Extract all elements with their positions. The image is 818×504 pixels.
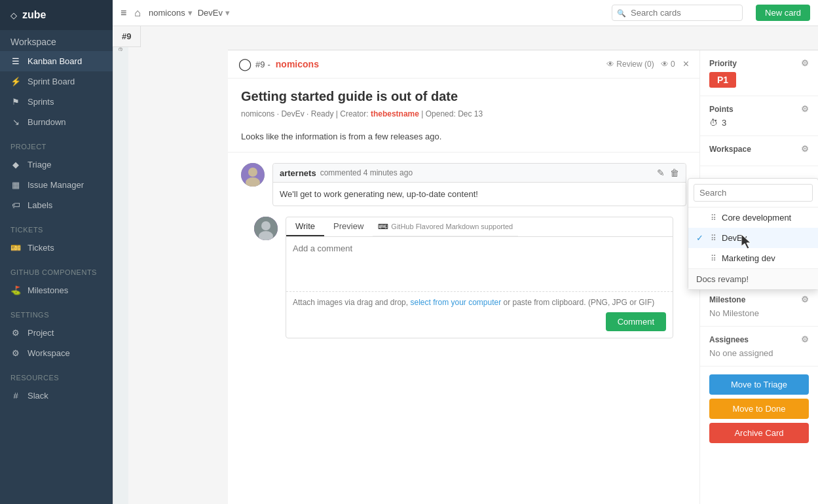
slack-icon: # xyxy=(10,391,21,401)
meta-sep2: · xyxy=(307,109,311,118)
home-button[interactable]: ⌂ xyxy=(134,7,141,19)
right-strip: Done xyxy=(113,26,128,504)
comment-textarea[interactable] xyxy=(286,237,673,289)
workspace-search-input[interactable] xyxy=(694,184,813,202)
sidebar-item-issue-manager-label: Issue Manager xyxy=(28,180,84,190)
assignees-gear[interactable]: ⚙ xyxy=(801,334,809,344)
sidebar-item-slack[interactable]: # Slack xyxy=(0,386,113,406)
comment-action-time: commented 4 minutes ago xyxy=(320,168,413,177)
editor-box: Write Preview ⌨ GitHub Flavored Markdown… xyxy=(286,217,673,338)
sidebar-item-slack-label: Slack xyxy=(28,391,48,401)
editor-avatar xyxy=(254,217,278,240)
sprint-icon: ⚡ xyxy=(10,77,21,86)
sidebar-item-sprint[interactable]: ⚡ Sprint Board xyxy=(0,71,113,92)
move-to-done-button[interactable]: Move to Done xyxy=(709,399,809,419)
sidebar-item-issue-manager[interactable]: ▦ Issue Manager xyxy=(0,175,113,195)
sidebar-item-burndown[interactable]: ↘ Burndown xyxy=(0,112,113,132)
workspace-section: Workspace ⚙ xyxy=(700,136,818,166)
preview-tab[interactable]: Preview xyxy=(324,217,373,236)
new-card-button[interactable]: New card xyxy=(756,5,810,21)
workspace-option-marketing-label: Marketing dev xyxy=(722,253,775,263)
meta-opened: Dec 13 xyxy=(458,109,483,118)
workspace-settings-icon: ⚙ xyxy=(10,348,21,358)
search-input[interactable] xyxy=(612,5,743,21)
workspace-option-core-label: Core development xyxy=(722,213,791,223)
priority-label: Priority ⚙ xyxy=(709,58,809,68)
meta-board: DevEv xyxy=(281,109,304,118)
kanban-icon: ☰ xyxy=(10,56,21,66)
workspace-option-core[interactable]: ⠿ Core development xyxy=(688,207,818,228)
sidebar-item-kanban[interactable]: ☰ Kanban Board xyxy=(0,51,113,71)
comment-submit-button[interactable]: Comment xyxy=(606,312,666,331)
sidebar-item-milestones[interactable]: ⛳ Milestones xyxy=(0,280,113,300)
workspace-label: Workspace xyxy=(0,30,113,51)
svg-point-4 xyxy=(261,221,270,230)
close-button[interactable]: × xyxy=(683,58,689,70)
labels-icon: 🏷 xyxy=(10,200,21,210)
sidebar-item-sprints[interactable]: ⚑ Sprints xyxy=(0,92,113,112)
markdown-icon: ⌨ xyxy=(378,223,388,231)
attach-link[interactable]: select from your computer xyxy=(410,298,501,307)
breadcrumb-dropdown-devev[interactable]: ▾ xyxy=(225,8,230,18)
burndown-icon: ↘ xyxy=(10,117,21,127)
breadcrumb: nomicons ▾ DevEv ▾ xyxy=(149,8,230,18)
comment-content: We'll get to work generating new, up-to-… xyxy=(273,183,686,206)
workspace-gear[interactable]: ⚙ xyxy=(801,144,809,154)
breadcrumb-devev[interactable]: DevEv xyxy=(198,8,223,18)
workspace-dropdown: ⠿ Core development ✓ ⠿ DevEv ⠿ Marketing… xyxy=(688,178,818,290)
comments-section: arternets commented 4 minutes ago ✎ 🗑 We… xyxy=(228,153,699,359)
sidebar-item-tickets-label: Tickets xyxy=(28,243,54,253)
workspace-option-devev[interactable]: ✓ ⠿ DevEv xyxy=(688,228,818,248)
meta-project: nomicons xyxy=(241,109,274,118)
priority-section: Priority ⚙ P1 xyxy=(700,50,818,96)
views-info: 👁 0 xyxy=(661,60,675,69)
sidebar-item-project-settings[interactable]: ⚙ Project xyxy=(0,323,113,343)
priority-gear[interactable]: ⚙ xyxy=(801,58,809,68)
issue-manager-icon: ▦ xyxy=(10,180,21,190)
sidebar-item-workspace-settings[interactable]: ⚙ Workspace xyxy=(0,343,113,363)
workspace-check-devev: ✓ xyxy=(696,233,705,243)
milestone-gear[interactable]: ⚙ xyxy=(801,295,809,304)
archive-card-button[interactable]: Archive Card xyxy=(709,423,809,443)
milestones-icon: ⛳ xyxy=(10,285,21,295)
topbar: ≡ ⌂ nomicons ▾ DevEv ▾ New card xyxy=(113,0,818,26)
sidebar-item-labels[interactable]: 🏷 Labels xyxy=(0,195,113,215)
move-to-triage-button[interactable]: Move to Triage xyxy=(709,374,809,395)
card-description: Looks like the information is from a few… xyxy=(228,126,699,153)
modal-separator: - xyxy=(267,60,270,69)
edit-comment-button[interactable]: ✎ xyxy=(657,168,665,178)
workspace-current-label: Docs revamp! xyxy=(688,268,818,289)
sidebar-item-workspace-settings-label: Workspace xyxy=(28,348,70,358)
sidebar-logo-text: zube xyxy=(22,9,46,21)
tickets-section-label: Tickets xyxy=(0,215,113,238)
attach-text: Attach images via drag and drop, select … xyxy=(293,298,654,307)
comment-actions: ✎ 🗑 xyxy=(657,168,679,178)
card-number-tab: #9 xyxy=(113,26,141,47)
sidebar-item-sprints-label: Sprints xyxy=(28,97,54,107)
action-buttons: Move to Triage Move to Done Archive Card xyxy=(700,367,818,451)
sidebar-item-tickets[interactable]: 🎫 Tickets xyxy=(0,238,113,258)
points-label: Points ⚙ xyxy=(709,104,809,114)
review-info: 👁 Review (0) xyxy=(606,60,654,69)
github-section-label: GitHub Components xyxy=(0,258,113,280)
sidebar-item-triage[interactable]: ◆ Triage xyxy=(0,154,113,175)
points-gear[interactable]: ⚙ xyxy=(801,104,809,114)
workspace-option-marketing[interactable]: ⠿ Marketing dev xyxy=(688,248,818,268)
editor-tabs: Write Preview ⌨ GitHub Flavored Markdown… xyxy=(286,217,673,237)
meta-creator[interactable]: thebestname xyxy=(371,109,419,118)
breadcrumb-nomicons[interactable]: nomicons xyxy=(149,8,185,18)
hamburger-button[interactable]: ≡ xyxy=(121,7,126,19)
delete-comment-button[interactable]: 🗑 xyxy=(670,168,679,178)
sidebar-item-project-settings-label: Project xyxy=(28,328,54,338)
breadcrumb-dropdown-nomicons[interactable]: ▾ xyxy=(188,8,193,18)
github-circle-icon: ◯ xyxy=(238,57,251,71)
points-icon: ⏱ xyxy=(709,118,718,128)
sidebar-item-kanban-label: Kanban Board xyxy=(28,56,82,66)
workspace-section-label: Workspace ⚙ xyxy=(709,144,809,154)
zube-logo-icon: ◇ xyxy=(10,10,17,20)
sidebar-item-triage-label: Triage xyxy=(28,160,51,170)
write-tab[interactable]: Write xyxy=(286,217,324,236)
editor-avatar-img xyxy=(254,217,278,240)
workspace-search-area xyxy=(688,179,818,207)
project-settings-icon: ⚙ xyxy=(10,328,21,338)
